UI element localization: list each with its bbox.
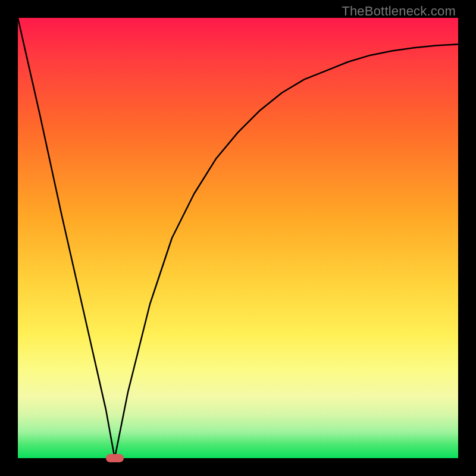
curve-path	[18, 18, 458, 458]
minimum-marker	[106, 454, 124, 462]
watermark-text: TheBottleneck.com	[342, 4, 456, 19]
chart-container: TheBottleneck.com	[0, 0, 476, 476]
plot-area	[18, 18, 458, 458]
curve-svg	[18, 18, 458, 458]
